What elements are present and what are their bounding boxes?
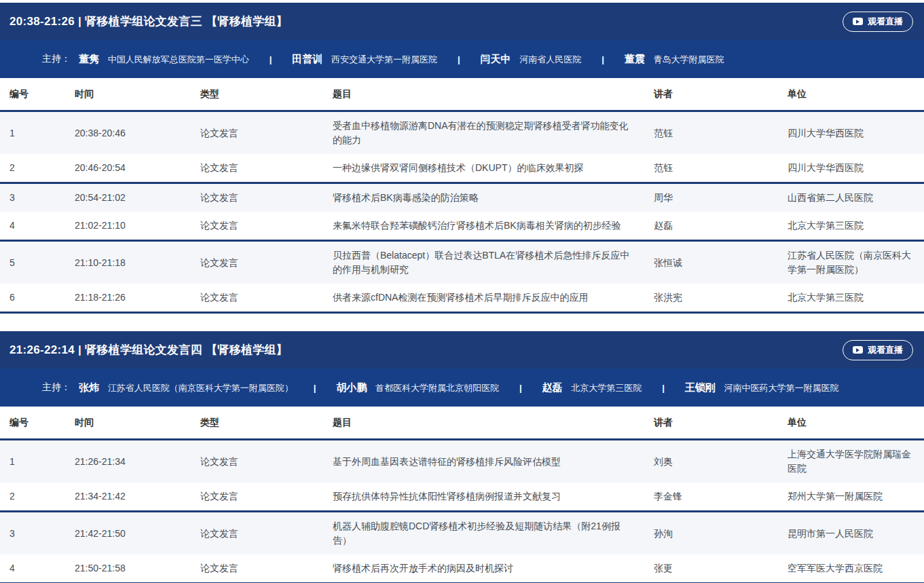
hosts-label: 主持：	[42, 381, 71, 394]
hosts-bar: 主持： 张炜 江苏省人民医院（南京医科大学第一附属医院） | 胡小鹏 首都医科大…	[0, 369, 924, 407]
host-name: 张炜	[79, 381, 99, 393]
host-name: 田普训	[292, 53, 322, 64]
host-item: 胡小鹏 首都医科大学附属北京朝阳医院	[336, 381, 499, 394]
cell-title: 来氟米特联合羟苯磺酸钙治疗肾移植术后BK病毒相关肾病的初步经验	[323, 212, 644, 241]
cell-org: 江苏省人民医院（南京医科大学第一附属医院）	[778, 241, 924, 284]
cell-speaker: 范钰	[644, 111, 778, 155]
host-org: 首都医科大学附属北京朝阳医院	[375, 383, 499, 393]
cell-no: 1	[0, 440, 65, 483]
host-name: 王锁刚	[685, 381, 716, 393]
host-item: 闫天中 河南省人民医院	[481, 53, 582, 66]
hosts-bar: 主持： 董隽 中国人民解放军总医院第一医学中心 | 田普训 西安交通大学第一附属…	[0, 40, 924, 78]
cell-title: 受者血中移植物源游离DNA有潜在的预测稳定期肾移植受者肾功能变化的能力	[323, 111, 644, 155]
cell-title: 供者来源cfDNA检测在预测肾移植术后早期排斥反应中的应用	[323, 284, 644, 313]
table-row: 1 21:26-21:34 论文发言 基于外周血基因表达谱特征的肾移植排斥风险评…	[0, 440, 924, 483]
cell-time: 21:34-21:42	[65, 483, 191, 512]
session-header: 20:38-21:26 | 肾移植学组论文发言三 【肾移植学组】 观看直播	[0, 3, 924, 40]
cell-no: 4	[0, 212, 65, 241]
cell-time: 20:54-21:02	[65, 183, 191, 212]
cell-speaker: 张恒诚	[644, 241, 778, 284]
cell-org: 昆明市第一人民医院	[778, 512, 924, 555]
cell-title: 基于外周血基因表达谱特征的肾移植排斥风险评估模型	[323, 440, 644, 483]
host-divider: |	[519, 383, 522, 393]
host-org: 河南中医药大学第一附属医院	[724, 383, 838, 393]
col-header-speaker: 讲者	[644, 407, 778, 440]
table-header-row: 编号 时间 类型 题目 讲者 单位	[0, 407, 924, 440]
cell-title: 机器人辅助腹腔镜DCD肾移植术初步经验及短期随访结果（附21例报告）	[323, 512, 644, 555]
col-header-no: 编号	[0, 78, 65, 111]
cell-org: 上海交通大学医学院附属瑞金医院	[778, 440, 924, 483]
host-item: 张炜 江苏省人民医院（南京医科大学第一附属医院）	[79, 381, 293, 394]
cell-no: 6	[0, 284, 65, 313]
host-name: 赵磊	[542, 381, 563, 393]
cell-title: 肾移植术后再次开放手术的病因及时机探讨	[323, 554, 644, 583]
cell-speaker: 刘奥	[644, 440, 778, 483]
host-item: 董隽 中国人民解放军总医院第一医学中心	[79, 53, 249, 66]
session-header: 21:26-22:14 | 肾移植学组论文发言四 【肾移植学组】 观看直播	[0, 331, 924, 369]
cell-no: 5	[0, 241, 65, 284]
cell-time: 21:42-21:50	[65, 512, 191, 555]
cell-no: 4	[0, 554, 65, 583]
table-row: 6 21:18-21:26 论文发言 供者来源cfDNA检测在预测肾移植术后早期…	[0, 284, 924, 313]
cell-org: 郑州大学第一附属医院	[778, 483, 924, 512]
cell-type: 论文发言	[191, 284, 323, 313]
cell-time: 21:18-21:26	[65, 284, 191, 313]
watch-live-button[interactable]: 观看直播	[843, 340, 913, 360]
cell-no: 3	[0, 183, 65, 212]
col-header-time: 时间	[65, 407, 191, 440]
watch-live-label: 观看直播	[868, 16, 903, 28]
host-divider: |	[662, 383, 665, 393]
watch-live-button[interactable]: 观看直播	[843, 12, 913, 32]
cell-org: 空军军医大学西京医院	[778, 554, 924, 583]
table-row: 4 21:02-21:10 论文发言 来氟米特联合羟苯磺酸钙治疗肾移植术后BK病…	[0, 212, 924, 241]
cell-no: 2	[0, 154, 65, 183]
cell-speaker: 周华	[644, 183, 778, 212]
cell-type: 论文发言	[191, 111, 323, 155]
session-title: 21:26-22:14 | 肾移植学组论文发言四 【肾移植学组】	[10, 342, 288, 358]
cell-title: 肾移植术后BK病毒感染的防治策略	[323, 183, 644, 212]
host-org: 西安交通大学第一附属医院	[331, 54, 437, 64]
host-org: 江苏省人民医院（南京医科大学第一附属医院）	[108, 383, 293, 393]
col-header-title: 题目	[323, 407, 644, 440]
col-header-org: 单位	[778, 78, 924, 111]
table-row: 2 20:46-20:54 论文发言 一种边缘供肾双肾同侧移植技术（DKUPT）…	[0, 154, 924, 183]
cell-type: 论文发言	[191, 241, 323, 284]
session-table: 编号 时间 类型 题目 讲者 单位 1 21:26-21:34 论文发言 基于外…	[0, 407, 924, 583]
cell-time: 20:38-20:46	[65, 111, 191, 155]
host-item: 赵磊 北京大学第三医院	[542, 381, 642, 394]
session-title: 20:38-21:26 | 肾移植学组论文发言三 【肾移植学组】	[10, 14, 288, 29]
cell-type: 论文发言	[191, 440, 323, 483]
col-header-speaker: 讲者	[644, 78, 778, 111]
cell-speaker: 张更	[644, 554, 778, 583]
host-name: 胡小鹏	[336, 381, 367, 393]
play-icon	[853, 346, 863, 354]
cell-type: 论文发言	[191, 483, 323, 512]
cell-no: 1	[0, 111, 65, 155]
host-item: 王锁刚 河南中医药大学第一附属医院	[685, 381, 839, 394]
host-org: 河南省人民医院	[519, 54, 581, 64]
col-header-time: 时间	[65, 78, 191, 111]
cell-speaker: 范钰	[644, 154, 778, 183]
cell-title: 贝拉西普（Belatacept）联合过表达BTLA在肾移植术后急性排斥反应中的作…	[323, 241, 644, 284]
table-row: 4 21:50-21:58 论文发言 肾移植术后再次开放手术的病因及时机探讨 张…	[0, 554, 924, 583]
table-row: 3 21:42-21:50 论文发言 机器人辅助腹腔镜DCD肾移植术初步经验及短…	[0, 512, 924, 555]
cell-speaker: 张洪宪	[644, 284, 778, 313]
host-divider: |	[458, 54, 460, 64]
cell-no: 2	[0, 483, 65, 512]
host-org: 青岛大学附属医院	[653, 54, 724, 64]
cell-org: 四川大学华西医院	[778, 111, 924, 155]
session-section-4: 21:26-22:14 | 肾移植学组论文发言四 【肾移植学组】 观看直播 主持…	[0, 331, 924, 583]
watch-live-label: 观看直播	[868, 344, 903, 356]
host-name: 董隽	[79, 53, 99, 64]
agenda-page: 20:38-21:26 | 肾移植学组论文发言三 【肾移植学组】 观看直播 主持…	[0, 0, 924, 583]
col-header-title: 题目	[323, 78, 644, 111]
cell-speaker: 赵磊	[644, 212, 778, 241]
play-icon	[853, 18, 863, 25]
table-header-row: 编号 时间 类型 题目 讲者 单位	[0, 78, 924, 111]
cell-time: 21:02-21:10	[65, 212, 191, 241]
host-org: 北京大学第三医院	[571, 383, 642, 393]
host-name: 闫天中	[481, 53, 511, 64]
host-item: 田普训 西安交通大学第一附属医院	[292, 53, 437, 66]
col-header-type: 类型	[191, 78, 323, 111]
cell-time: 20:46-20:54	[65, 154, 191, 183]
